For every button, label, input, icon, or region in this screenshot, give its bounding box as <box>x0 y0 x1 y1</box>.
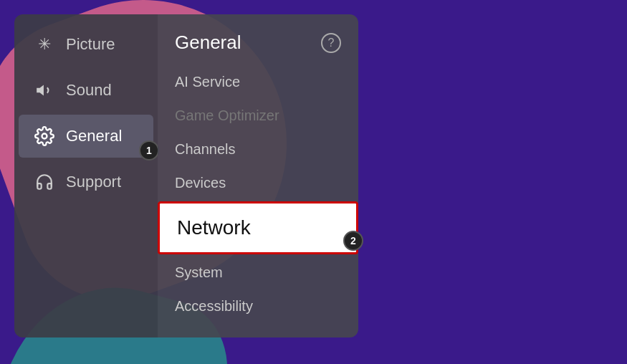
picture-icon: ✳ <box>33 33 56 56</box>
menu-item-ai-service[interactable]: AI Service <box>158 65 358 99</box>
sidebar-item-support[interactable]: Support <box>19 161 153 203</box>
menu-item-game-optimizer: Game Optimizer <box>158 99 358 133</box>
sidebar-item-general[interactable]: General 1 <box>19 115 153 158</box>
sidebar-label-general: General <box>66 127 122 145</box>
menu-item-system[interactable]: System <box>158 256 358 289</box>
support-icon <box>33 171 56 193</box>
menu-item-accessibility[interactable]: Accessibility <box>158 289 358 323</box>
general-icon <box>33 125 56 148</box>
menu-item-network[interactable]: Network 2 <box>158 201 358 254</box>
main-panel: General ? AI Service Game Optimizer Chan… <box>158 14 358 337</box>
panel-header: General ? <box>158 29 358 65</box>
sound-icon <box>33 79 56 102</box>
ui-container: ✳ Picture Sound General 1 <box>14 14 358 337</box>
svg-point-1 <box>42 134 47 139</box>
sidebar-label-support: Support <box>66 173 121 191</box>
step-badge-2: 2 <box>343 231 363 251</box>
sidebar-label-picture: Picture <box>66 35 115 54</box>
sidebar: ✳ Picture Sound General 1 <box>14 14 158 337</box>
help-icon[interactable]: ? <box>321 33 341 53</box>
panel-title: General <box>175 32 241 54</box>
step-badge-1: 1 <box>139 140 159 161</box>
menu-item-channels[interactable]: Channels <box>158 133 358 166</box>
svg-marker-0 <box>37 85 44 95</box>
menu-item-devices[interactable]: Devices <box>158 166 358 200</box>
sidebar-label-sound: Sound <box>66 81 112 100</box>
sidebar-item-sound[interactable]: Sound <box>19 69 153 112</box>
sidebar-item-picture[interactable]: ✳ Picture <box>19 23 153 66</box>
